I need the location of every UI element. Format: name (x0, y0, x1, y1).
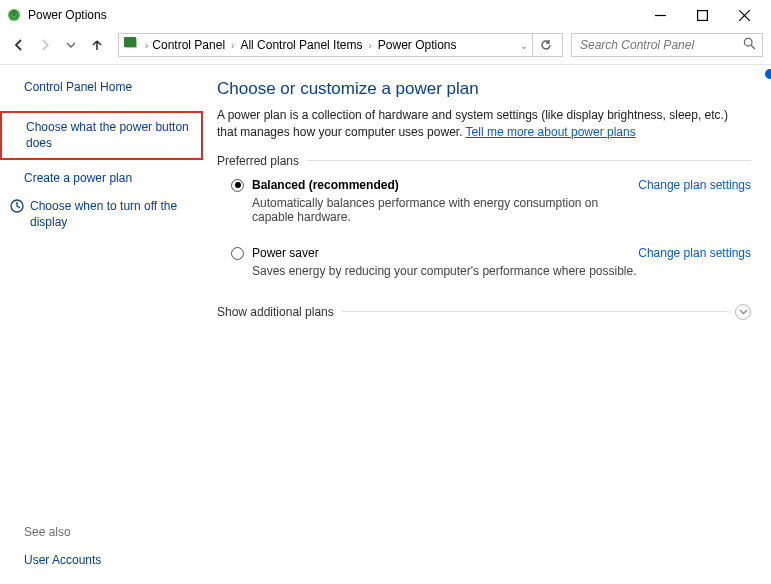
plan-balanced-name[interactable]: Balanced (recommended) (252, 178, 638, 192)
choose-power-button-link[interactable]: Choose what the power button does (0, 111, 203, 159)
close-button[interactable] (723, 1, 765, 29)
preferred-plans-label: Preferred plans (217, 154, 751, 168)
minimize-button[interactable] (639, 1, 681, 29)
search-box[interactable] (571, 33, 763, 57)
plan-powersaver-name[interactable]: Power saver (252, 246, 638, 260)
window-title: Power Options (28, 8, 107, 22)
control-panel-icon (123, 36, 139, 55)
breadcrumb-item[interactable]: All Control Panel Items (238, 38, 364, 52)
titlebar: Power Options (0, 0, 771, 30)
tell-me-more-link[interactable]: Tell me more about power plans (466, 125, 636, 139)
power-options-icon (6, 7, 22, 23)
forward-button[interactable] (34, 34, 56, 56)
nav-toolbar: › Control Panel › All Control Panel Item… (0, 30, 771, 60)
breadcrumb-item[interactable]: Control Panel (150, 38, 227, 52)
turn-off-display-link[interactable]: Choose when to turn off the display (30, 198, 195, 230)
page-heading: Choose or customize a power plan (217, 79, 751, 99)
up-button[interactable] (86, 34, 108, 56)
show-additional-plans-label: Show additional plans (217, 305, 334, 319)
svg-rect-4 (697, 10, 707, 20)
sidebar: Control Panel Home Choose what the power… (0, 65, 205, 579)
svg-line-10 (751, 45, 755, 49)
create-power-plan-link[interactable]: Create a power plan (24, 170, 195, 186)
plan-balanced-radio[interactable] (231, 179, 244, 192)
page-description: A power plan is a collection of hardware… (217, 107, 751, 142)
address-bar[interactable]: › Control Panel › All Control Panel Item… (118, 33, 563, 57)
clock-icon (10, 199, 24, 216)
search-icon (743, 37, 756, 53)
plan-balanced-desc: Automatically balances performance with … (252, 196, 638, 224)
maximize-button[interactable] (681, 1, 723, 29)
main-content: Choose or customize a power plan A power… (205, 65, 771, 579)
plan-powersaver: Power saver Saves energy by reducing you… (231, 246, 751, 296)
plan-powersaver-radio[interactable] (231, 247, 244, 260)
plan-balanced: Balanced (recommended) Automatically bal… (231, 178, 751, 242)
user-accounts-link[interactable]: User Accounts (24, 553, 101, 567)
back-button[interactable] (8, 34, 30, 56)
svg-point-9 (744, 38, 752, 46)
chevron-right-icon[interactable]: › (229, 40, 236, 51)
show-additional-plans[interactable]: Show additional plans (217, 304, 751, 320)
refresh-button[interactable] (532, 34, 558, 56)
chevron-right-icon[interactable]: › (143, 40, 150, 51)
chevron-right-icon[interactable]: › (366, 40, 373, 51)
chevron-down-icon[interactable] (735, 304, 751, 320)
breadcrumb-item[interactable]: Power Options (376, 38, 459, 52)
change-plan-settings-balanced[interactable]: Change plan settings (638, 178, 751, 242)
svg-rect-8 (124, 37, 136, 47)
see-also-header: See also (24, 525, 101, 539)
control-panel-home-link[interactable]: Control Panel Home (24, 79, 195, 95)
recent-dropdown-icon[interactable] (60, 34, 82, 56)
search-input[interactable] (578, 37, 743, 53)
privacy-indicator-icon (765, 69, 771, 79)
svg-rect-1 (13, 10, 16, 16)
change-plan-settings-powersaver[interactable]: Change plan settings (638, 246, 751, 296)
plan-powersaver-desc: Saves energy by reducing your computer's… (252, 264, 638, 278)
address-dropdown-icon[interactable]: ⌄ (516, 40, 532, 51)
preferred-plans-text: Preferred plans (217, 154, 299, 168)
